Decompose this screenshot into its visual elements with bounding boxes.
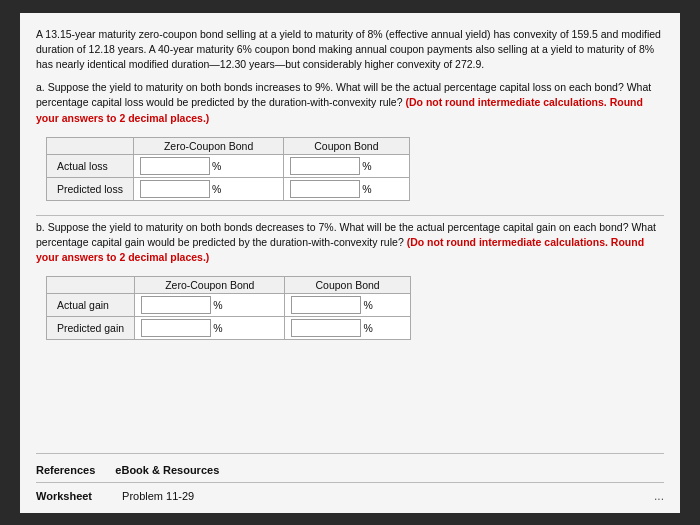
question-a: a. Suppose the yield to maturity on both… — [36, 80, 664, 126]
table-a-col1-header: Zero-Coupon Bond — [133, 137, 283, 154]
table-a-actual-loss-zero-pct: % — [212, 160, 221, 172]
table-a-predicted-loss-zero-pct: % — [212, 183, 221, 195]
table-b: Zero-Coupon Bond Coupon Bond Actual gain… — [36, 272, 664, 340]
table-b-actual-gain-coupon[interactable] — [291, 296, 361, 314]
table-b-col2-header: Coupon Bond — [285, 277, 410, 294]
footer-bottom: Worksheet Problem 11-29 ... — [36, 482, 664, 503]
table-a-row1-label: Actual loss — [47, 154, 134, 177]
table-b-predicted-gain-coupon-pct: % — [363, 322, 372, 334]
table-a-predicted-loss-zero[interactable] — [140, 180, 210, 198]
table-b-row1-label: Actual gain — [47, 294, 135, 317]
worksheet-label[interactable]: Worksheet — [36, 490, 92, 502]
table-a-actual-loss-coupon[interactable] — [290, 157, 360, 175]
table-b-col1-header: Zero-Coupon Bond — [135, 277, 285, 294]
table-b-row2-label: Predicted gain — [47, 317, 135, 340]
table-a-predicted-loss-coupon[interactable] — [290, 180, 360, 198]
footer: References eBook & Resources Worksheet P… — [36, 453, 664, 503]
problem-label: Problem 11-29 — [122, 490, 194, 502]
table-a: Zero-Coupon Bond Coupon Bond Actual loss… — [36, 133, 664, 201]
references-label[interactable]: References — [36, 464, 95, 476]
table-a-actual-loss-zero[interactable] — [140, 157, 210, 175]
table-a-actual-loss-coupon-pct: % — [362, 160, 371, 172]
table-b-predicted-gain-zero-pct: % — [213, 322, 222, 334]
question-b: b. Suppose the yield to maturity on both… — [36, 220, 664, 266]
intro-paragraph: A 13.15-year maturity zero-coupon bond s… — [36, 27, 664, 73]
divider-ab — [36, 215, 664, 216]
more-options-dots[interactable]: ... — [654, 489, 664, 503]
table-b-actual-gain-coupon-pct: % — [363, 299, 372, 311]
table-a-row2-label: Predicted loss — [47, 177, 134, 200]
table-b-predicted-gain-coupon[interactable] — [291, 319, 361, 337]
ebook-link[interactable]: eBook & Resources — [115, 464, 219, 476]
table-b-actual-gain-zero[interactable] — [141, 296, 211, 314]
table-a-predicted-loss-coupon-pct: % — [362, 183, 371, 195]
footer-refs: References eBook & Resources — [36, 460, 664, 482]
table-b-predicted-gain-zero[interactable] — [141, 319, 211, 337]
table-a-col2-header: Coupon Bond — [284, 137, 409, 154]
table-b-actual-gain-zero-pct: % — [213, 299, 222, 311]
